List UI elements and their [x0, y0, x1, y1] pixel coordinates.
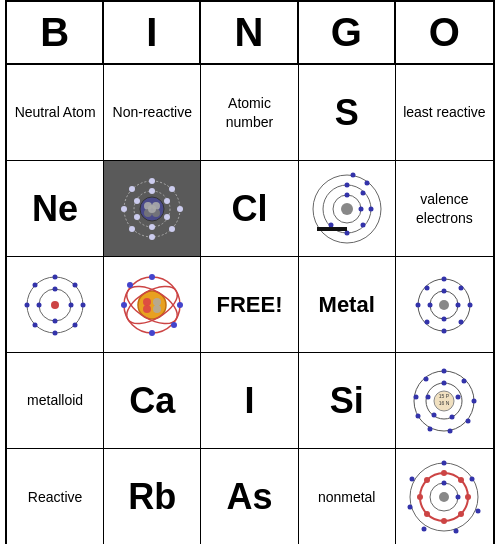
- svg-point-16: [177, 206, 183, 212]
- svg-point-11: [149, 224, 155, 230]
- svg-point-42: [53, 318, 58, 323]
- svg-point-10: [164, 214, 170, 220]
- cell-text: Ne: [32, 188, 78, 230]
- svg-point-64: [127, 282, 133, 288]
- cell-r5c4: nonmetal: [299, 449, 396, 544]
- svg-point-47: [73, 322, 78, 327]
- svg-point-109: [458, 511, 464, 517]
- svg-point-95: [448, 428, 453, 433]
- svg-point-37: [51, 301, 59, 309]
- cell-r1c5: least reactive: [396, 65, 493, 161]
- svg-point-104: [442, 481, 447, 486]
- atom-diagram: [112, 169, 192, 249]
- cell-r5c3: As: [201, 449, 298, 544]
- cell-r3c3: FREE!: [201, 257, 298, 353]
- svg-point-9: [164, 198, 170, 204]
- cell-r2c5: valence electrons: [396, 161, 493, 257]
- svg-point-20: [121, 206, 127, 212]
- svg-point-88: [450, 414, 455, 419]
- svg-point-94: [466, 418, 471, 423]
- svg-point-69: [442, 288, 447, 293]
- svg-point-33: [328, 222, 333, 227]
- cell-r5c2: Rb: [104, 449, 201, 544]
- svg-point-116: [476, 509, 481, 514]
- svg-point-70: [456, 302, 461, 307]
- svg-point-100: [439, 492, 449, 502]
- svg-rect-36: [317, 227, 347, 231]
- svg-point-60: [121, 302, 127, 308]
- svg-point-98: [414, 394, 419, 399]
- atom-diagram: [404, 457, 484, 537]
- cell-text: Si: [330, 380, 364, 422]
- svg-point-119: [408, 505, 413, 510]
- svg-point-76: [459, 319, 464, 324]
- svg-point-22: [341, 203, 353, 215]
- svg-point-90: [426, 394, 431, 399]
- svg-text:16 N: 16 N: [439, 400, 450, 406]
- svg-point-66: [439, 300, 449, 310]
- svg-point-78: [425, 319, 430, 324]
- svg-point-110: [441, 518, 447, 524]
- bingo-header: B I N G O: [7, 2, 493, 65]
- atom-diagram: 15 P 16 N: [404, 361, 484, 441]
- cell-text: Rb: [128, 476, 176, 518]
- header-n: N: [201, 2, 298, 63]
- cell-r2c1: Ne: [7, 161, 104, 257]
- svg-point-50: [25, 302, 30, 307]
- cell-r2c3: Cl: [201, 161, 298, 257]
- svg-point-93: [472, 398, 477, 403]
- cell-r4c5: 15 P 16 N: [396, 353, 493, 449]
- svg-point-5: [148, 205, 156, 213]
- svg-point-91: [442, 368, 447, 373]
- svg-point-63: [149, 330, 155, 336]
- cell-r5c5: [396, 449, 493, 544]
- cell-text: Non-reactive: [113, 103, 192, 121]
- cell-r1c2: Non-reactive: [104, 65, 201, 161]
- cell-r1c4: S: [299, 65, 396, 161]
- svg-point-80: [425, 285, 430, 290]
- svg-point-41: [69, 302, 74, 307]
- cell-text: FREE!: [216, 292, 282, 318]
- svg-point-15: [169, 186, 175, 192]
- svg-point-21: [129, 186, 135, 192]
- cell-text: Ca: [129, 380, 175, 422]
- svg-point-56: [153, 305, 161, 313]
- svg-point-89: [432, 412, 437, 417]
- svg-point-17: [169, 226, 175, 232]
- svg-point-114: [442, 461, 447, 466]
- svg-point-77: [442, 328, 447, 333]
- cell-r3c1: [7, 257, 104, 353]
- svg-point-107: [458, 477, 464, 483]
- cell-r4c2: Ca: [104, 353, 201, 449]
- svg-point-75: [468, 302, 473, 307]
- header-i: I: [104, 2, 201, 63]
- svg-text:15 P: 15 P: [439, 393, 450, 399]
- svg-point-113: [424, 477, 430, 483]
- bingo-card: B I N G O Neutral Atom Non-reactive Atom…: [5, 0, 495, 544]
- cell-text: valence electrons: [400, 190, 489, 226]
- svg-point-97: [416, 413, 421, 418]
- cell-text: Metal: [319, 292, 375, 318]
- svg-point-87: [456, 394, 461, 399]
- svg-point-48: [53, 330, 58, 335]
- svg-point-61: [177, 302, 183, 308]
- svg-point-115: [470, 477, 475, 482]
- svg-point-117: [454, 529, 459, 534]
- cell-text: I: [244, 380, 254, 422]
- cell-r1c1: Neutral Atom: [7, 65, 104, 161]
- cell-text: Reactive: [28, 488, 82, 506]
- atom-diagram: [307, 169, 387, 249]
- cell-r3c4: Metal: [299, 257, 396, 353]
- svg-point-71: [442, 316, 447, 321]
- atom-diagram: [112, 265, 192, 345]
- svg-point-111: [424, 511, 430, 517]
- svg-point-19: [129, 226, 135, 232]
- cell-r4c4: Si: [299, 353, 396, 449]
- header-g: G: [299, 2, 396, 63]
- svg-point-55: [143, 305, 151, 313]
- svg-point-27: [358, 206, 363, 211]
- svg-point-12: [134, 214, 140, 220]
- svg-point-29: [360, 190, 365, 195]
- atom-diagram: [15, 265, 95, 345]
- svg-point-44: [53, 274, 58, 279]
